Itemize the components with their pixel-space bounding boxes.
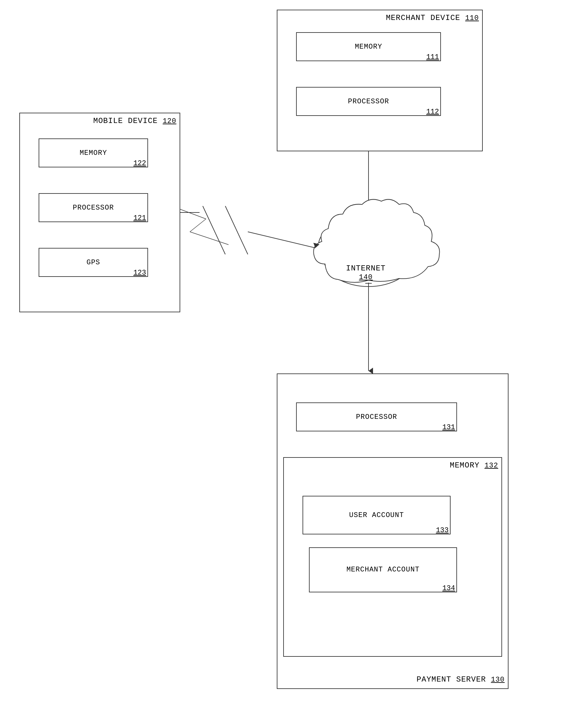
mobile-memory-label: MEMORY: [80, 149, 107, 157]
mobile-processor-box: PROCESSOR 121: [39, 193, 148, 222]
mobile-memory-ref: 122: [133, 159, 146, 167]
merchant-memory-ref: 111: [426, 53, 439, 61]
svg-line-28: [190, 219, 206, 232]
merchant-memory-box: MEMORY 111: [296, 32, 441, 61]
svg-line-32: [248, 232, 315, 248]
svg-point-12: [348, 208, 390, 240]
mobile-processor-label: PROCESSOR: [73, 204, 114, 212]
svg-point-11: [365, 212, 407, 245]
mobile-gps-ref: 123: [133, 269, 146, 277]
internet-label: INTERNET 140: [346, 264, 385, 281]
ps-user-account-label: USER ACCOUNT: [349, 511, 404, 519]
ps-user-account-ref: 133: [436, 526, 449, 534]
svg-point-15: [376, 229, 416, 260]
svg-line-30: [203, 206, 225, 254]
ps-processor-ref: 131: [442, 423, 455, 431]
ps-user-account-box: USER ACCOUNT 133: [302, 496, 450, 534]
svg-point-8: [319, 227, 364, 262]
svg-point-9: [373, 227, 418, 262]
svg-line-29: [190, 232, 229, 245]
mobile-processor-ref: 121: [133, 214, 146, 222]
ps-merchant-account-label: MERCHANT ACCOUNT: [346, 565, 419, 575]
ps-processor-box: PROCESSOR 131: [296, 403, 457, 431]
merchant-device-box: MERCHANT DEVICE 110: [277, 10, 483, 151]
ps-processor-label: PROCESSOR: [356, 413, 397, 421]
ps-merchant-account-ref: 134: [442, 584, 455, 592]
diagram: MERCHANT DEVICE 110 MEMORY 111 PROCESSOR…: [0, 0, 588, 716]
svg-point-10: [332, 216, 370, 247]
merchant-device-label: MERCHANT DEVICE 110: [386, 14, 479, 22]
mobile-memory-box: MEMORY 122: [39, 139, 148, 167]
payment-server-label: PAYMENT SERVER 130: [417, 675, 505, 684]
ps-memory-label: MEMORY 132: [450, 461, 498, 470]
svg-line-31: [225, 206, 248, 254]
mobile-gps-box: GPS 123: [39, 248, 148, 277]
merchant-memory-label: MEMORY: [355, 43, 382, 51]
merchant-processor-label: PROCESSOR: [348, 98, 389, 106]
svg-point-14: [321, 229, 361, 260]
svg-line-27: [180, 209, 206, 219]
merchant-processor-box: PROCESSOR 112: [296, 87, 441, 116]
svg-point-17: [368, 214, 405, 243]
svg-point-18: [350, 210, 387, 238]
mobile-device-label: MOBILE DEVICE 120: [93, 117, 176, 125]
svg-point-16: [333, 218, 368, 245]
merchant-processor-ref: 112: [426, 108, 439, 116]
ps-merchant-account-box: MERCHANT ACCOUNT 134: [309, 547, 457, 592]
mobile-gps-label: GPS: [87, 259, 100, 267]
